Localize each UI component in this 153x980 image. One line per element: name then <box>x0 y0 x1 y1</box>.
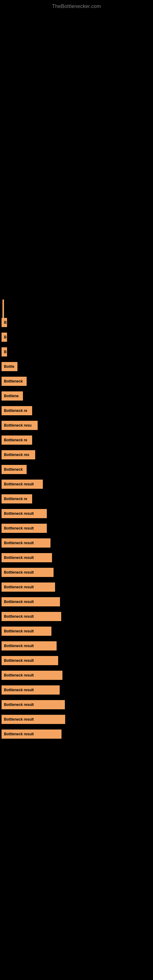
list-item: Bottleneck result <box>0 524 153 533</box>
bar-label: Bottleneck result <box>2 715 65 724</box>
list-item: Bottle <box>0 362 153 371</box>
bar-label: Bottleneck <box>2 465 27 474</box>
list-item: Bottleneck result <box>0 612 153 621</box>
bar-label: Bottlene <box>2 391 23 401</box>
bar-label: Bottleneck result <box>2 538 51 547</box>
list-item: Bottleneck result <box>0 509 153 518</box>
list-item: Bottleneck result <box>0 671 153 680</box>
bar-label: Bottleneck result <box>2 730 62 739</box>
list-item: Bottleneck res <box>0 450 153 460</box>
bar-label: Bottleneck result <box>2 553 52 562</box>
bar-label: Bottleneck result <box>2 612 61 621</box>
bar-label: Bottleneck res <box>2 450 35 460</box>
vertical-indicator-bar <box>2 299 4 327</box>
list-item: Bottleneck result <box>0 480 153 489</box>
bar-label: Bottleneck result <box>2 524 47 533</box>
bar-label: Bottleneck result <box>2 568 54 577</box>
list-item: Bottleneck result <box>0 715 153 724</box>
bar-label: Bottleneck result <box>2 597 60 606</box>
bar-label: B <box>2 347 7 356</box>
bar-label: Bottleneck result <box>2 641 57 651</box>
list-item: Bottleneck resu <box>0 421 153 430</box>
list-item: B <box>0 318 153 327</box>
bar-label: Bottleneck result <box>2 582 55 592</box>
list-item: Bottleneck <box>0 377 153 386</box>
list-item: B <box>0 332 153 342</box>
bar-label: Bottleneck re <box>2 494 32 503</box>
main-container: TheBottlenecker.com BBBBottleBottleneckB… <box>0 0 153 750</box>
bar-label: Bottleneck result <box>2 700 65 709</box>
list-item: Bottleneck re <box>0 494 153 503</box>
bar-label: Bottleneck resu <box>2 421 38 430</box>
list-item: Bottleneck result <box>0 641 153 651</box>
list-item: Bottleneck re <box>0 406 153 415</box>
bar-label: Bottleneck re <box>2 436 32 445</box>
bars-section: BBBBottleBottleneckBottleneBottleneck re… <box>0 318 153 739</box>
site-title: TheBottlenecker.com <box>0 0 153 12</box>
list-item: B <box>0 347 153 356</box>
bar-label: Bottleneck result <box>2 627 51 636</box>
bar-label: Bottleneck result <box>2 671 62 680</box>
list-item: Bottleneck <box>0 465 153 474</box>
bar-label: Bottleneck result <box>2 656 58 665</box>
list-item: Bottleneck result <box>0 597 153 606</box>
list-item: Bottleneck result <box>0 538 153 547</box>
bar-label: Bottle <box>2 362 18 371</box>
list-item: Bottlene <box>0 391 153 401</box>
bar-label: Bottleneck result <box>2 686 60 695</box>
list-item: Bottleneck result <box>0 627 153 636</box>
list-item: Bottleneck result <box>0 568 153 577</box>
bar-label: B <box>2 332 7 342</box>
bar-label: Bottleneck result <box>2 509 47 518</box>
bar-label: Bottleneck re <box>2 406 32 415</box>
list-item: Bottleneck re <box>0 436 153 445</box>
chart-area <box>0 12 153 318</box>
bar-label: Bottleneck result <box>2 480 43 489</box>
list-item: Bottleneck result <box>0 686 153 695</box>
bar-label: Bottleneck <box>2 377 27 386</box>
list-item: Bottleneck result <box>0 656 153 665</box>
list-item: Bottleneck result <box>0 700 153 709</box>
list-item: Bottleneck result <box>0 582 153 592</box>
list-item: Bottleneck result <box>0 730 153 739</box>
list-item: Bottleneck result <box>0 553 153 562</box>
